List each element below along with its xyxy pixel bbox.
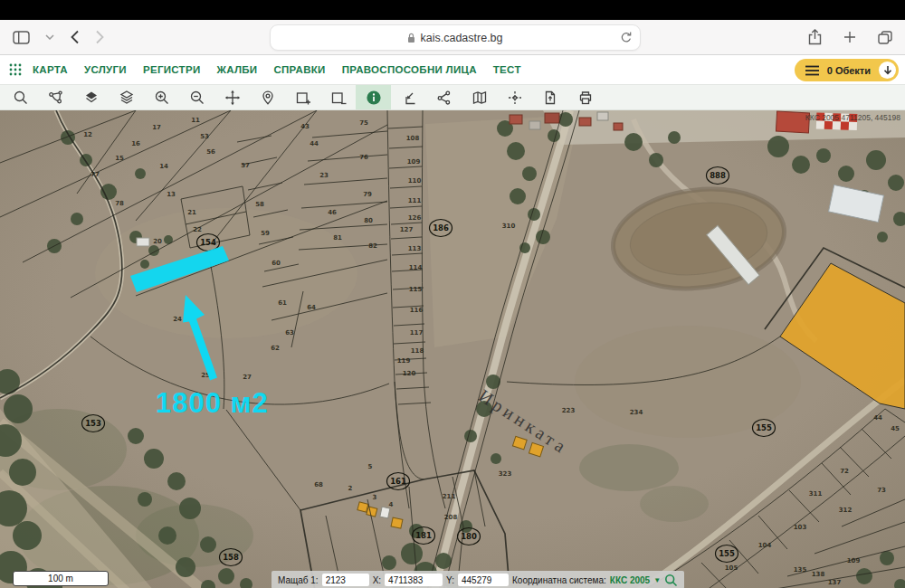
map-canvas[interactable]: 154186888153155155158181161180 121716151…	[0, 110, 905, 588]
parcel-number-label: 137	[828, 579, 842, 586]
print-tool[interactable]	[567, 85, 603, 109]
y-label: Y:	[446, 575, 454, 585]
svg-text:154: 154	[200, 238, 216, 247]
y-coordinate-input[interactable]	[458, 574, 509, 586]
share-nodes-tool[interactable]	[426, 85, 462, 109]
url-bar[interactable]: kais.cadastre.bg	[270, 24, 641, 51]
crs-label: Координатна система:	[512, 575, 606, 585]
map-book-tool[interactable]	[462, 85, 497, 109]
basemap-tool[interactable]	[73, 85, 109, 109]
tabs-icon[interactable]	[878, 31, 892, 44]
parcel-number-label: 72	[840, 468, 849, 475]
export-document-tool[interactable]	[532, 85, 567, 109]
share-icon[interactable]	[808, 29, 822, 45]
parcel-number-label: 46	[328, 209, 337, 216]
parcel-number-label: 53	[200, 133, 209, 140]
nav-item-pravosposobni-litsa[interactable]: ПРАВОСПОСОБНИ ЛИЦА	[342, 64, 477, 75]
area-label: 1800 м2	[156, 387, 269, 419]
svg-text:153: 153	[85, 419, 101, 428]
select-rectangle-add-tool[interactable]	[285, 85, 320, 109]
parcel-number-label: 62	[271, 345, 280, 352]
pan-tool[interactable]	[214, 85, 250, 109]
parcel-number-label: 17	[152, 124, 161, 131]
map-toolbar	[0, 85, 905, 110]
system-menubar	[0, 0, 905, 20]
select-rectangle-subtract-tool[interactable]	[320, 85, 356, 109]
status-bar: Мащаб 1: X: Y: Координатна система: ККС …	[272, 571, 684, 588]
new-tab-icon[interactable]	[843, 31, 856, 43]
parcel-number-label: 120	[403, 370, 416, 377]
x-coordinate-input[interactable]	[385, 574, 443, 586]
svg-text:888: 888	[710, 171, 726, 180]
parcel-number-label: 11	[191, 117, 200, 124]
search-tool[interactable]	[3, 85, 38, 109]
scale-input[interactable]	[322, 574, 369, 586]
app-navbar: КАРТАУСЛУГИРЕГИСТРИЖАЛБИСПРАВКИПРАВОСПОС…	[0, 55, 905, 85]
objects-count-label: 0 Обекти	[827, 65, 871, 76]
info-tool[interactable]	[356, 85, 391, 109]
parcel-number-label: 22	[193, 226, 202, 233]
map-image[interactable]: 154186888153155155158181161180 121716151…	[0, 110, 905, 588]
back-icon[interactable]	[70, 30, 80, 44]
forward-icon[interactable]	[95, 30, 105, 44]
parcel-number-label: 82	[368, 242, 377, 250]
route-tool[interactable]	[38, 85, 73, 109]
parcel-number-label: 3	[373, 494, 377, 501]
parcel-number-label: 80	[364, 217, 373, 224]
lock-icon	[407, 33, 415, 43]
parcel-number-label: 43	[300, 123, 310, 130]
parcel-number-label: 135	[794, 566, 807, 574]
nav-item-test[interactable]: ТЕСТ	[493, 64, 521, 75]
parcel-number-label: 113	[408, 245, 422, 252]
parcel-number-label: 116	[410, 307, 424, 314]
parcel-number-label: 81	[333, 234, 342, 242]
reload-icon[interactable]	[620, 31, 632, 46]
nav-item-karta[interactable]: КАРТА	[33, 64, 68, 75]
svg-text:180: 180	[461, 532, 477, 541]
parcel-number-label: 115	[409, 286, 423, 293]
previous-extent-tool[interactable]	[391, 85, 426, 109]
parcel-number-label: 77	[90, 171, 100, 178]
nav-item-zhalbi[interactable]: ЖАЛБИ	[216, 64, 257, 75]
nav-item-uslugi[interactable]: УСЛУГИ	[84, 64, 127, 75]
parcel-number-label: 79	[363, 191, 372, 198]
objects-button[interactable]: 0 Обекти	[795, 59, 899, 81]
parcel-number-label: 114	[409, 264, 423, 271]
parcel-number-label: 5	[368, 463, 373, 470]
parcel-number-label: 109	[407, 158, 421, 166]
nav-menu: КАРТАУСЛУГИРЕГИСТРИЖАЛБИСПРАВКИПРАВОСПОС…	[33, 64, 538, 75]
crs-value[interactable]: ККС 2005	[610, 575, 650, 585]
parcel-number-label: 138	[812, 571, 825, 578]
parcel-number-label: 44	[310, 140, 319, 147]
parcel-number-label: 76	[359, 154, 368, 161]
nav-item-registri[interactable]: РЕГИСТРИ	[143, 64, 201, 75]
scale-label: Мащаб 1:	[278, 575, 319, 585]
sidebar-icon[interactable]	[13, 31, 30, 44]
parcel-number-label: 24	[173, 316, 182, 323]
svg-text:158: 158	[223, 553, 239, 562]
layers-tool[interactable]	[109, 85, 144, 109]
parcel-number-label: 75	[359, 119, 368, 127]
crs-dropdown-icon[interactable]: ▼	[653, 576, 661, 584]
move-to-coordinates-tool[interactable]	[497, 85, 532, 109]
parcel-number-label: 13	[167, 191, 176, 198]
parcel-number-label: 223	[562, 407, 576, 414]
arrow-down-icon	[883, 65, 892, 75]
parcel-number-label: 78	[115, 200, 124, 207]
coordinate-search-icon[interactable]	[664, 574, 678, 587]
location-pin-tool[interactable]	[250, 85, 285, 109]
nav-item-spravki[interactable]: СПРАВКИ	[273, 64, 325, 75]
parcel-number-label: 59	[261, 230, 270, 237]
apps-grid-icon[interactable]	[9, 63, 22, 76]
parcel-number-label: 111	[408, 197, 422, 204]
parcel-number-label: 44	[873, 414, 882, 422]
zoom-out-tool[interactable]	[179, 85, 214, 109]
svg-text:181: 181	[415, 531, 432, 540]
cursor-coordinates-label: ККС 2005 4711205, 445198	[805, 113, 900, 122]
chevron-down-icon[interactable]	[45, 34, 54, 40]
parcel-number-label: 311	[809, 490, 823, 498]
parcel-number-label: 21	[187, 209, 196, 216]
parcel-number-label: 126	[408, 214, 422, 222]
collapse-panel-button[interactable]	[879, 62, 896, 79]
zoom-in-tool[interactable]	[144, 85, 179, 109]
